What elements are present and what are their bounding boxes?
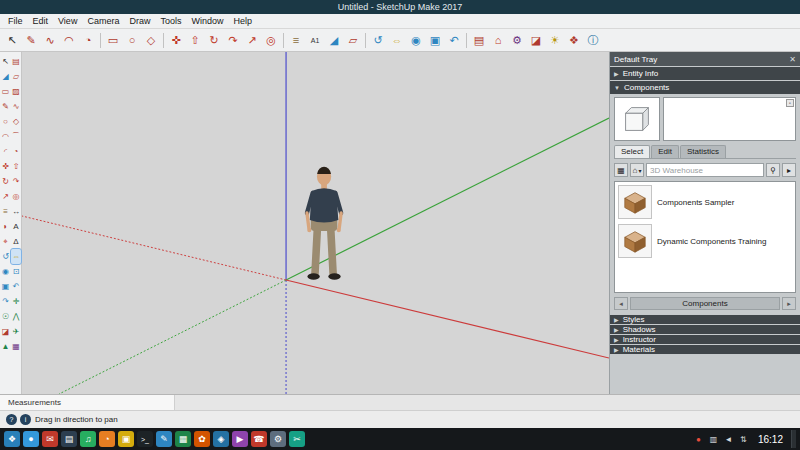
scale-tool[interactable]: ↗	[243, 31, 261, 49]
pie-tool[interactable]: ◔	[11, 144, 21, 159]
follow-me-tool[interactable]: ↷	[11, 174, 21, 189]
make-component-tool[interactable]: ▤	[11, 54, 21, 69]
three-d-text-tool[interactable]: Δ	[11, 234, 21, 249]
video-player-icon[interactable]: ▶	[232, 431, 248, 447]
terminal-icon[interactable]: >_	[137, 431, 153, 447]
firefox-icon[interactable]: ◔	[99, 431, 115, 447]
tape-measure-tool[interactable]: ≡	[1, 204, 11, 219]
clock[interactable]: 16:12	[753, 434, 788, 445]
tape-measure-tool[interactable]: ≡	[287, 31, 305, 49]
tab-statistics[interactable]: Statistics	[680, 145, 726, 158]
search-button[interactable]: ⚲	[766, 163, 780, 177]
component-description-box[interactable]: ▫	[663, 97, 796, 141]
image-editor-icon[interactable]: ✿	[194, 431, 210, 447]
view-options-button[interactable]: ▦	[614, 163, 628, 177]
tab-edit[interactable]: Edit	[651, 145, 679, 158]
orbit-tool[interactable]: ↺	[1, 249, 11, 264]
in-model-button[interactable]: ⌂ ▾	[630, 163, 644, 177]
downloads-folder-icon[interactable]: ▣	[118, 431, 134, 447]
help-icon[interactable]: ?	[6, 414, 17, 425]
section-entity-info[interactable]: ▶ Entity Info	[610, 67, 800, 80]
line-tool[interactable]: ✎	[22, 31, 40, 49]
arc-tool[interactable]: ◠	[1, 129, 11, 144]
section-styles[interactable]: ▶Styles	[610, 315, 800, 324]
orbit-tool[interactable]: ↺	[369, 31, 387, 49]
paint-bucket-tool[interactable]: ◢	[325, 31, 343, 49]
menu-tools[interactable]: Tools	[155, 14, 186, 28]
components-collection-label[interactable]: Components	[630, 297, 780, 310]
package-manager-icon[interactable]: ▦	[175, 431, 191, 447]
network-icon[interactable]: ⇅	[737, 432, 750, 446]
zoom-window-tool[interactable]: ⊡	[11, 264, 21, 279]
text-editor-icon[interactable]: ✎	[156, 431, 172, 447]
nav-back-button[interactable]: ◂	[614, 297, 628, 310]
menu-edit[interactable]: Edit	[28, 14, 54, 28]
add-location-tool[interactable]: ✈	[11, 324, 21, 339]
nav-forward-button[interactable]: ▸	[782, 297, 796, 310]
push-pull-tool[interactable]: ⇧	[11, 159, 21, 174]
menu-draw[interactable]: Draw	[124, 14, 155, 28]
scale-tool[interactable]: ↗	[1, 189, 11, 204]
circle-tool[interactable]: ○	[1, 114, 11, 129]
axes-tool[interactable]: ⌖	[1, 234, 11, 249]
rotated-rectangle-tool[interactable]: ▨	[11, 84, 21, 99]
volume-icon[interactable]: ◄	[722, 432, 735, 446]
section-instructor[interactable]: ▶Instructor	[610, 335, 800, 344]
app-launcher-icon[interactable]: ❖	[4, 431, 20, 447]
look-around-tool[interactable]: ☉	[1, 309, 11, 324]
eraser-tool[interactable]: ▱	[344, 31, 362, 49]
section-plane-tool[interactable]: ◪	[527, 31, 545, 49]
close-icon[interactable]: ✕	[789, 55, 796, 64]
zoom-extents-tool[interactable]: ▣	[426, 31, 444, 49]
pan-tool[interactable]: ⇔	[388, 31, 406, 49]
menu-file[interactable]: File	[3, 14, 28, 28]
position-camera-tool[interactable]: ✛	[11, 294, 21, 309]
line-tool[interactable]: ✎	[1, 99, 11, 114]
offset-tool[interactable]: ◎	[11, 189, 21, 204]
music-player-icon[interactable]: ♫	[80, 431, 96, 447]
select-tool[interactable]: ↖	[1, 54, 11, 69]
menu-window[interactable]: Window	[186, 14, 228, 28]
model-info-icon[interactable]: ⓘ	[584, 31, 602, 49]
paint-bucket-tool[interactable]: ◢	[1, 69, 11, 84]
extension-warehouse-icon[interactable]: ⚙	[508, 31, 526, 49]
move-tool[interactable]: ✜	[1, 159, 11, 174]
component-item[interactable]: Dynamic Components Training	[618, 224, 792, 258]
protractor-tool[interactable]: ◗	[1, 219, 11, 234]
dimension-tool[interactable]: ↔	[11, 204, 21, 219]
tab-select[interactable]: Select	[614, 145, 650, 158]
freehand-tool[interactable]: ∿	[41, 31, 59, 49]
pie-tool[interactable]: ◔	[79, 31, 97, 49]
eraser-tool[interactable]: ▱	[11, 69, 21, 84]
rotate-tool[interactable]: ↻	[205, 31, 223, 49]
model-viewport[interactable]	[22, 52, 609, 394]
settings-icon[interactable]: ⚙	[270, 431, 286, 447]
circle-tool[interactable]: ○	[123, 31, 141, 49]
show-terrain-tool[interactable]: ▲	[1, 339, 11, 354]
move-tool[interactable]: ✜	[167, 31, 185, 49]
previous-view-tool[interactable]: ↶	[11, 279, 21, 294]
measurements-field[interactable]: Measurements	[0, 395, 175, 410]
menu-view[interactable]: View	[53, 14, 82, 28]
menu-camera[interactable]: Camera	[82, 14, 124, 28]
styles-icon[interactable]: ❖	[565, 31, 583, 49]
shadows-toggle[interactable]: ☀	[546, 31, 564, 49]
select-tool[interactable]: ↖	[3, 31, 21, 49]
zoom-extents-tool[interactable]: ▣	[1, 279, 11, 294]
file-manager-icon[interactable]: ▤	[61, 431, 77, 447]
offset-tool[interactable]: ◎	[262, 31, 280, 49]
previous-view-tool[interactable]: ↶	[445, 31, 463, 49]
polygon-tool[interactable]: ◇	[11, 114, 21, 129]
component-item[interactable]: Components Sampler	[618, 185, 792, 219]
rectangle-tool[interactable]: ▭	[1, 84, 11, 99]
polygon-tool[interactable]: ◇	[142, 31, 160, 49]
secondary-pane-toggle-icon[interactable]: ▫	[786, 99, 794, 107]
web-browser-icon[interactable]: ●	[23, 431, 39, 447]
section-components[interactable]: ▼ Components	[610, 81, 800, 94]
arc-tool[interactable]: ◠	[60, 31, 78, 49]
text-tool[interactable]: A	[11, 219, 21, 234]
email-icon[interactable]: ✉	[42, 431, 58, 447]
text-tool[interactable]: A1	[306, 31, 324, 49]
menu-help[interactable]: Help	[228, 14, 257, 28]
section-plane-tool[interactable]: ◪	[1, 324, 11, 339]
